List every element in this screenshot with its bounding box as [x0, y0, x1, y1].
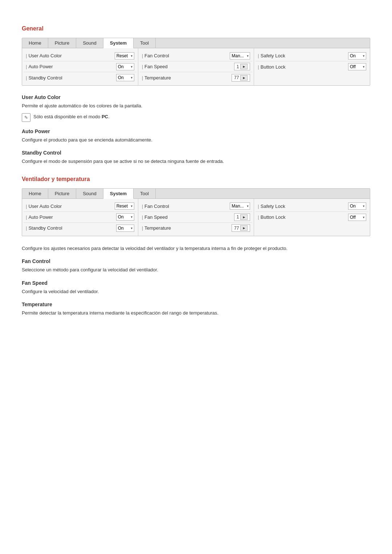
temperature-desc: Permite detectar la temperatura interna … — [22, 309, 370, 317]
subsection-fan-speed: Fan Speed Configure la velocidad del ven… — [22, 280, 370, 295]
subsection-auto-power: Auto Power Configure el producto para qu… — [22, 128, 370, 144]
tab-system-2[interactable]: System — [103, 189, 134, 199]
auto-power-control-1: On Off — [116, 63, 134, 70]
row-fan-speed-1: |Fan Speed 1 ► — [140, 61, 253, 72]
tab-sound-2[interactable]: Sound — [76, 189, 103, 198]
row-fan-control-1: |Fan Control Man... Auto — [140, 50, 253, 61]
general-title: General — [22, 25, 370, 32]
auto-power-select-1[interactable]: On Off — [116, 63, 134, 70]
button-lock-select-1[interactable]: Off On — [348, 63, 366, 70]
general-tab-row: Home Picture Sound System Tool — [22, 38, 370, 48]
button-lock-select-2[interactable]: Off On — [348, 214, 366, 221]
pipe-icon: | — [142, 75, 143, 81]
tab-picture-1[interactable]: Picture — [48, 38, 76, 48]
fan-control-title: Fan Control — [22, 258, 370, 264]
standby-control-select-1[interactable]: On Off — [116, 74, 134, 81]
row-auto-power-2: |Auto Power On Off — [24, 212, 136, 223]
fan-speed-title: Fan Speed — [22, 280, 370, 286]
user-auto-color-select-1[interactable]: Reset — [115, 52, 134, 59]
safety-lock-control-1: On Off — [348, 52, 366, 59]
standby-control-desc: Configure el modo de suspensión para que… — [22, 158, 370, 165]
tab-picture-2[interactable]: Picture — [48, 189, 76, 198]
fan-control-desc: Seleccione un método para configurar la … — [22, 266, 370, 274]
tab-home-1[interactable]: Home — [22, 38, 48, 48]
fan-speed-value-1: 1 — [237, 64, 239, 69]
row-temperature-2: |Temperature 77 ► — [140, 223, 253, 234]
ventilador-col-1: |User Auto Color Reset |Auto Power — [22, 199, 138, 236]
general-content: User Auto Color Permite el ajuste automá… — [22, 94, 370, 165]
pipe-icon: | — [26, 75, 27, 81]
tab-tool-2[interactable]: Tool — [134, 189, 156, 198]
ventilador-panel-body: |User Auto Color Reset |Auto Power — [22, 199, 370, 236]
ventilador-tab-row: Home Picture Sound System Tool — [22, 189, 370, 199]
row-standby-control-1: |Standby Control On Off — [24, 72, 136, 83]
fan-control-select-2[interactable]: Man... Auto — [230, 202, 250, 210]
safety-lock-select-1[interactable]: On Off — [348, 52, 366, 59]
user-auto-color-title: User Auto Color — [22, 94, 370, 100]
ventilador-section: Ventilador y temperatura Home Picture So… — [22, 176, 370, 317]
ventilador-content: Configure los ajustes necesarios para de… — [22, 245, 370, 317]
user-auto-color-control-1: Reset — [115, 52, 134, 59]
tab-tool-1[interactable]: Tool — [134, 38, 156, 48]
temperature-title: Temperature — [22, 301, 370, 307]
auto-power-select-2[interactable]: On Off — [116, 213, 134, 221]
subsection-fan-control: Fan Control Seleccione un método para co… — [22, 258, 370, 274]
fan-speed-value-2: 1 — [237, 214, 239, 219]
row-safety-lock-1: |Safety Lock On Off — [256, 50, 368, 61]
pipe-icon: | — [26, 53, 27, 58]
tab-system-1[interactable]: System — [103, 38, 134, 48]
ventilador-intro: Configure los ajustes necesarios para de… — [22, 245, 370, 252]
ventilador-col-2: |Fan Control Man... Auto |Fan Speed — [138, 199, 254, 236]
general-panel: Home Picture Sound System Tool |User Aut… — [22, 38, 370, 86]
safety-lock-select-2[interactable]: On Off — [348, 202, 366, 210]
standby-control-select-wrap-1: On Off — [116, 74, 134, 81]
row-auto-power-1: |Auto Power On Off — [24, 61, 136, 72]
user-auto-color-desc: Permite el ajuste automático de los colo… — [22, 102, 370, 110]
row-safety-lock-2: |Safety Lock On Off — [256, 201, 368, 212]
auto-power-desc: Configure el producto para que se encien… — [22, 136, 370, 144]
row-button-lock-2: |Button Lock Off On — [256, 212, 368, 223]
subsection-standby-control: Standby Control Configure el modo de sus… — [22, 150, 370, 165]
ventilador-panel: Home Picture Sound System Tool |User Aut… — [22, 188, 370, 236]
tab-home-2[interactable]: Home — [22, 189, 48, 198]
auto-power-select-wrap-1: On Off — [116, 63, 134, 70]
fan-speed-desc: Configure la velocidad del ventilador. — [22, 288, 370, 295]
subsection-temperature: Temperature Permite detectar la temperat… — [22, 301, 370, 317]
pipe-icon: | — [258, 53, 259, 58]
pipe-icon: | — [142, 53, 143, 58]
row-fan-control-2: |Fan Control Man... Auto — [140, 201, 253, 212]
temperature-increment-1[interactable]: ► — [240, 75, 248, 81]
fan-speed-stepper-1: 1 ► — [234, 63, 250, 70]
temperature-value-1: 77 — [234, 75, 239, 80]
temperature-value-2: 77 — [234, 226, 239, 231]
row-temperature-1: |Temperature 77 ► — [140, 72, 253, 83]
tab-sound-1[interactable]: Sound — [76, 38, 103, 48]
row-user-auto-color-2: |User Auto Color Reset — [24, 201, 136, 212]
row-standby-control-2: |Standby Control On Off — [24, 223, 136, 234]
fan-control-select-1[interactable]: Man... Auto — [230, 52, 250, 59]
temperature-control-1: 77 ► — [232, 74, 250, 82]
fan-speed-increment-1[interactable]: ► — [240, 64, 248, 69]
button-lock-control-1: Off On — [348, 63, 366, 70]
standby-control-select-2[interactable]: On Off — [116, 225, 134, 232]
standby-control-control-1: On Off — [116, 74, 134, 81]
fan-speed-increment-2[interactable]: ► — [240, 214, 248, 220]
user-auto-color-select-2[interactable]: Reset — [115, 202, 134, 210]
general-col-2: |Fan Control Man... Auto |Fan Speed — [138, 48, 254, 85]
subsection-user-auto-color: User Auto Color Permite el ajuste automá… — [22, 94, 370, 122]
ventilador-title: Ventilador y temperatura — [22, 176, 370, 182]
standby-control-title: Standby Control — [22, 150, 370, 156]
user-auto-color-select-wrap-1: Reset — [115, 52, 134, 59]
note-icon: ✎ — [22, 113, 30, 122]
temperature-increment-2[interactable]: ► — [240, 225, 248, 231]
temperature-stepper-1: 77 ► — [232, 74, 250, 82]
user-auto-color-note: ✎ Sólo está disponible en el modo PC. — [22, 113, 370, 122]
auto-power-title: Auto Power — [22, 128, 370, 134]
fan-control-control-1: Man... Auto — [230, 52, 250, 59]
button-lock-select-wrap-1: Off On — [348, 63, 366, 70]
row-button-lock-1: |Button Lock Off On — [256, 61, 368, 72]
pipe-icon: | — [142, 64, 143, 69]
general-col-1: |User Auto Color Reset |Auto Power — [22, 48, 138, 85]
row-user-auto-color-1: |User Auto Color Reset — [24, 50, 136, 61]
safety-lock-select-wrap-1: On Off — [348, 52, 366, 59]
